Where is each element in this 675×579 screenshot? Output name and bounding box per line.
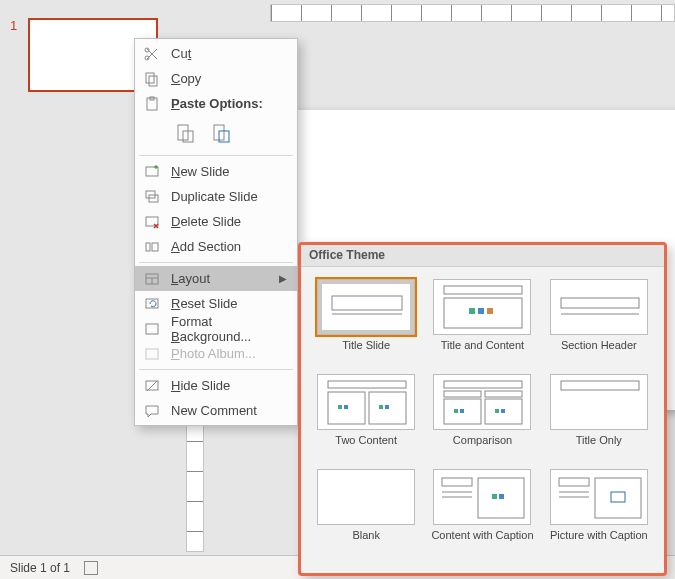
svg-rect-54	[492, 494, 497, 499]
status-slide-count: Slide 1 of 1	[10, 561, 70, 575]
svg-rect-26	[444, 286, 522, 294]
layout-picture-caption-label: Picture with Caption	[550, 529, 648, 554]
svg-rect-29	[478, 308, 484, 314]
svg-rect-13	[146, 217, 158, 226]
menu-paste-options: Paste Options:	[135, 91, 297, 116]
layout-content-caption[interactable]: Content with Caption	[427, 467, 537, 556]
svg-rect-30	[487, 308, 493, 314]
photo-album-icon	[143, 345, 161, 363]
horizontal-ruler	[270, 4, 675, 22]
menu-new-slide-label: New Slide	[171, 164, 287, 179]
layout-comparison-label: Comparison	[453, 434, 512, 459]
duplicate-icon	[143, 188, 161, 206]
layout-title-only[interactable]: Title Only	[544, 372, 654, 461]
menu-format-background[interactable]: Format Background...	[135, 316, 297, 341]
menu-reset-slide[interactable]: Reset Slide	[135, 291, 297, 316]
slide-number: 1	[10, 18, 17, 33]
menu-duplicate-slide[interactable]: Duplicate Slide	[135, 184, 297, 209]
layout-title-content-label: Title and Content	[441, 339, 524, 364]
svg-rect-21	[146, 349, 158, 359]
svg-rect-20	[146, 324, 158, 334]
svg-rect-40	[444, 381, 522, 388]
svg-rect-50	[442, 478, 472, 486]
menu-delete-slide[interactable]: Delete Slide	[135, 209, 297, 234]
scissors-icon	[143, 45, 161, 63]
svg-rect-42	[485, 391, 522, 397]
svg-rect-60	[611, 492, 625, 502]
paste-keep-source-button[interactable]	[171, 120, 199, 146]
menu-new-comment-label: New Comment	[171, 403, 287, 418]
menu-duplicate-slide-label: Duplicate Slide	[171, 189, 287, 204]
menu-cut[interactable]: Cut	[135, 41, 297, 66]
svg-rect-15	[152, 243, 158, 251]
svg-rect-46	[460, 409, 464, 413]
layout-icon	[143, 270, 161, 288]
layout-section-header-label: Section Header	[561, 339, 637, 364]
layout-blank[interactable]: Blank	[311, 467, 421, 556]
menu-hide-slide[interactable]: Hide Slide	[135, 373, 297, 398]
svg-rect-59	[595, 478, 641, 518]
menu-reset-slide-label: Reset Slide	[171, 296, 287, 311]
svg-rect-55	[499, 494, 504, 499]
svg-rect-2	[146, 73, 154, 83]
menu-add-section-label: Add Section	[171, 239, 287, 254]
paste-picture-button[interactable]	[207, 120, 235, 146]
svg-rect-33	[328, 381, 406, 388]
layout-two-content[interactable]: Two Content	[311, 372, 421, 461]
layout-title-slide-label: Title Slide	[342, 339, 390, 364]
layout-picture-caption[interactable]: Picture with Caption	[544, 467, 654, 556]
layout-flyout: Office Theme Title Slide Title and Conte…	[298, 242, 667, 576]
svg-rect-48	[501, 409, 505, 413]
context-menu: Cut Copy Paste Options: New Slide Duplic…	[134, 38, 298, 426]
menu-layout[interactable]: Layout ▶	[135, 266, 297, 291]
layout-comparison[interactable]: Comparison	[427, 372, 537, 461]
layout-content-caption-label: Content with Caption	[431, 529, 533, 554]
svg-rect-47	[495, 409, 499, 413]
svg-rect-31	[561, 298, 639, 308]
layout-section-header[interactable]: Section Header	[544, 277, 654, 366]
menu-photo-album: Photo Album...	[135, 341, 297, 366]
svg-rect-3	[149, 76, 157, 86]
svg-rect-36	[338, 405, 342, 409]
comment-icon	[143, 402, 161, 420]
svg-rect-37	[344, 405, 348, 409]
layout-title-content[interactable]: Title and Content	[427, 277, 537, 366]
paste-options-row	[135, 116, 297, 152]
svg-rect-14	[146, 243, 150, 251]
layout-title-only-label: Title Only	[576, 434, 622, 459]
menu-layout-label: Layout	[171, 271, 269, 286]
reset-icon	[143, 295, 161, 313]
clipboard-icon	[143, 95, 161, 113]
svg-rect-45	[454, 409, 458, 413]
format-background-icon	[143, 320, 161, 338]
new-slide-icon	[143, 163, 161, 181]
svg-rect-38	[379, 405, 383, 409]
svg-rect-39	[385, 405, 389, 409]
menu-copy-label: Copy	[171, 71, 287, 86]
menu-cut-label: Cut	[171, 46, 287, 61]
svg-rect-49	[561, 381, 639, 390]
menu-add-section[interactable]: Add Section	[135, 234, 297, 259]
menu-copy[interactable]: Copy	[135, 66, 297, 91]
menu-photo-album-label: Photo Album...	[171, 346, 287, 361]
copy-icon	[143, 70, 161, 88]
hide-slide-icon	[143, 377, 161, 395]
add-section-icon	[143, 238, 161, 256]
layout-title-slide[interactable]: Title Slide	[311, 277, 421, 366]
svg-rect-28	[469, 308, 475, 314]
svg-rect-56	[559, 478, 589, 486]
layout-blank-label: Blank	[352, 529, 380, 554]
delete-slide-icon	[143, 213, 161, 231]
menu-delete-slide-label: Delete Slide	[171, 214, 287, 229]
menu-format-background-label: Format Background...	[171, 314, 287, 344]
svg-rect-41	[444, 391, 481, 397]
chevron-right-icon: ▶	[279, 273, 287, 284]
spellcheck-icon[interactable]	[84, 561, 98, 575]
menu-new-slide[interactable]: New Slide	[135, 159, 297, 184]
menu-paste-options-label: Paste Options:	[171, 96, 287, 111]
layout-flyout-header: Office Theme	[301, 245, 664, 267]
svg-rect-24	[332, 296, 402, 310]
menu-hide-slide-label: Hide Slide	[171, 378, 287, 393]
layout-two-content-label: Two Content	[335, 434, 397, 459]
menu-new-comment[interactable]: New Comment	[135, 398, 297, 423]
